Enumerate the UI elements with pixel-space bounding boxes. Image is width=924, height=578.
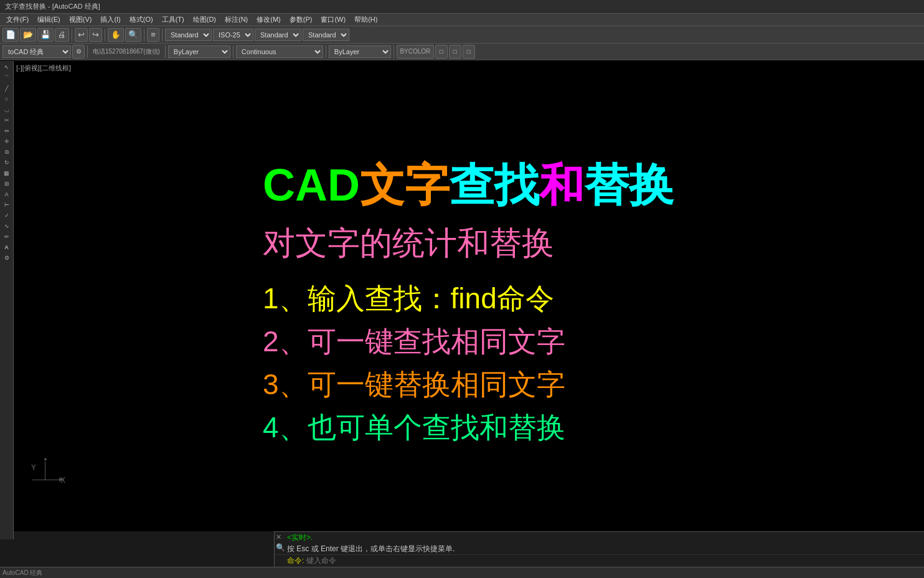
workspace-settings-btn[interactable]: ⚙	[72, 45, 85, 59]
tool-mirror[interactable]: ⇔	[1, 126, 12, 136]
cmd-input-prefix: 命令:	[287, 556, 306, 565]
canvas-area[interactable]: [-][俯视][二维线框] CAD文字查找和替换 对文字的统计和替换 1、输入查…	[14, 61, 924, 531]
menu-param[interactable]: 参数(P)	[286, 15, 316, 24]
taskbar-info: AutoCAD 经典	[2, 569, 42, 577]
table-style-select[interactable]: Standard	[255, 29, 301, 41]
save-btn[interactable]: 💾	[37, 28, 54, 42]
tool-settings[interactable]: ⚙	[1, 253, 12, 263]
tool-block[interactable]: ⊞	[1, 179, 12, 189]
menu-view[interactable]: 视图(V)	[65, 15, 96, 24]
title-tihuan: 替换	[584, 160, 674, 210]
tool-curve[interactable]: ⌒	[1, 73, 12, 83]
menu-modify[interactable]: 修改(M)	[253, 15, 285, 24]
tool-dim[interactable]: ⊢	[1, 200, 12, 210]
sep1	[72, 29, 72, 41]
plot-btn[interactable]: □	[435, 45, 448, 59]
sep4	[162, 29, 163, 41]
main-content: CAD文字查找和替换 对文字的统计和替换 1、输入查找：find命令 2、可一键…	[263, 161, 862, 449]
item1: 1、输入查找：find命令	[263, 277, 862, 320]
menu-dimension[interactable]: 标注(N)	[221, 15, 252, 24]
layer-select[interactable]: ByLayer	[168, 45, 230, 58]
tool-circle[interactable]: ○	[1, 94, 12, 104]
dim-style-select[interactable]: ISO-25	[213, 29, 253, 41]
title-chazhao: 查找	[450, 160, 539, 210]
item3: 3、可一键替换相同文字	[263, 363, 862, 406]
sep7	[233, 45, 233, 58]
tool-pencil[interactable]: ✏	[1, 232, 12, 242]
command-search-icon[interactable]: 🔍	[276, 543, 285, 552]
sep6	[165, 45, 166, 58]
view-label: [-][俯视][二维线框]	[16, 64, 71, 73]
item3-num: 3、	[263, 368, 308, 400]
menu-file[interactable]: 文件(F)	[2, 15, 32, 24]
menu-insert[interactable]: 插入(I)	[97, 15, 124, 24]
title-text: 文字查找替换 - [AutoCAD 经典]	[5, 2, 100, 11]
tool-textA[interactable]: A	[1, 242, 12, 252]
text-style-select[interactable]: Standard	[165, 29, 212, 41]
tool-polyline[interactable]: ╱	[1, 83, 12, 93]
tool-rotate[interactable]: ↻	[1, 158, 12, 168]
cmd-prompt: <实时>.	[287, 533, 313, 542]
open-btn[interactable]: 📂	[20, 28, 36, 42]
tool-trim[interactable]: ✂	[1, 115, 12, 125]
taskbar: AutoCAD 经典	[0, 567, 924, 578]
toolbar2: toCAD 经典 ⚙ 电话15270818667(微信) ByLayer Con…	[0, 44, 924, 60]
tool-move[interactable]: ✛	[1, 136, 12, 146]
item2: 2、可一键查找相同文字	[263, 320, 862, 363]
pan-btn[interactable]: ✋	[108, 28, 124, 42]
subtitle: 对文字的统计和替换	[263, 222, 862, 265]
tool-copy[interactable]: ⧉	[1, 147, 12, 157]
item2-text: 可一键查找相同文字	[308, 325, 565, 358]
item4-text: 也可单个查找和替换	[308, 411, 565, 443]
item4: 4、也可单个查找和替换	[263, 406, 862, 449]
menu-format[interactable]: 格式(O)	[126, 15, 157, 24]
item1-num: 1、	[263, 282, 308, 315]
workspace-select[interactable]: toCAD 经典	[2, 45, 71, 58]
tool-checkmark[interactable]: ✓	[1, 211, 12, 220]
color-display[interactable]: BYCOLOR	[397, 45, 434, 59]
tool-arrow[interactable]: ↖	[1, 62, 12, 72]
command-input-line: 命令:	[275, 554, 924, 566]
lineweight-select[interactable]: ByLayer	[329, 45, 391, 58]
sep9	[394, 45, 394, 58]
menu-help[interactable]: 帮助(H)	[351, 15, 381, 24]
title-bar: 文字查找替换 - [AutoCAD 经典]	[0, 0, 924, 14]
x-axis-line	[32, 480, 60, 480]
item1-text: 输入查找：find命令	[308, 282, 554, 315]
menu-draw[interactable]: 绘图(D)	[189, 15, 220, 24]
print-btn[interactable]: 🖨	[55, 28, 69, 42]
menu-edit[interactable]: 编辑(E)	[34, 15, 64, 24]
tool-arc[interactable]: ◡	[1, 105, 12, 115]
left-sidebar: ↖ ⌒ ╱ ○ ◡ ✂ ⇔ ✛ ⧉ ↻ ▦ ⊞ A ⊢ ✓ ∿ ✏ A ⚙	[0, 61, 14, 539]
tool-hatch[interactable]: ▦	[1, 168, 12, 178]
y-arrow-icon: ▲	[43, 456, 48, 462]
zoom-btn[interactable]: 🔍	[125, 28, 141, 42]
layer-btn[interactable]: ≡	[147, 28, 159, 42]
sep2	[105, 29, 105, 41]
phone-info: 电话15270818667(微信)	[90, 45, 163, 59]
tool-wave[interactable]: ∿	[1, 221, 12, 231]
command-line2: 按 Esc 或 Enter 键退出，或单击右键显示快捷菜单.	[275, 543, 924, 554]
sep8	[326, 45, 326, 58]
menu-window[interactable]: 窗口(W)	[317, 15, 349, 24]
sep3	[144, 29, 144, 41]
command-close-btn[interactable]: ✕	[276, 533, 281, 541]
multileader-select[interactable]: Standard	[303, 29, 349, 41]
title-wenzi: 文字	[360, 160, 450, 210]
main-title: CAD文字查找和替换	[263, 161, 862, 210]
y-axis-label: Y	[31, 463, 36, 472]
command-line1: <实时>.	[275, 532, 924, 543]
redo-btn[interactable]: ↪	[89, 28, 102, 42]
linetype-select[interactable]: Continuous	[236, 45, 323, 58]
menu-tools[interactable]: 工具(T)	[158, 15, 188, 24]
command-input[interactable]	[306, 556, 493, 565]
x-axis-label: X	[60, 476, 65, 485]
y-axis-line	[45, 462, 45, 480]
undo-btn[interactable]: ↩	[75, 28, 88, 42]
toolbar1: 📄 📂 💾 🖨 ↩ ↪ ✋ 🔍 ≡ Standard ISO-25 Standa…	[0, 26, 924, 44]
new-btn[interactable]: 📄	[2, 28, 19, 42]
tool-text[interactable]: A	[1, 189, 12, 199]
title-he: 和	[539, 160, 584, 210]
layout-btn[interactable]: □	[463, 45, 475, 59]
model-btn[interactable]: □	[449, 45, 461, 59]
